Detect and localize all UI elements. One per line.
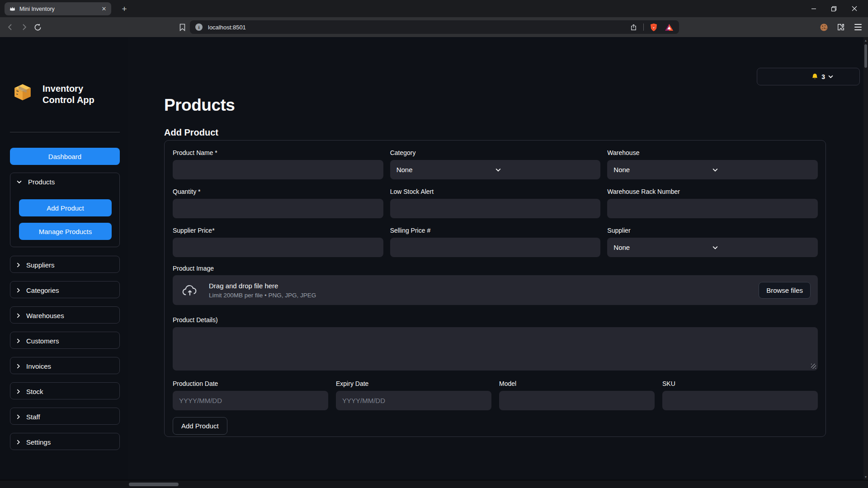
products-expander-header[interactable]: Products	[10, 173, 119, 190]
chevron-right-icon	[17, 364, 20, 369]
expander-label: Customers	[26, 337, 59, 345]
url-text: localhost:8501	[208, 24, 628, 31]
quantity-input[interactable]	[173, 199, 383, 218]
sidebar-item-suppliers[interactable]: Suppliers	[10, 256, 120, 273]
restore-button[interactable]	[824, 0, 844, 17]
sidebar-item-invoices[interactable]: Invoices	[10, 357, 120, 374]
rack-number-label: Warehouse Rack Number	[607, 188, 818, 195]
url-bar[interactable]: i localhost:8501	[190, 20, 679, 34]
scroll-down-arrow[interactable]: ▼	[863, 474, 868, 480]
product-image-label: Product Image	[173, 265, 818, 272]
chevron-right-icon	[17, 414, 20, 419]
new-tab-button[interactable]: +	[118, 3, 130, 15]
horizontal-scrollbar[interactable]	[0, 480, 868, 488]
sidebar-add-product-button[interactable]: Add Product	[19, 199, 112, 216]
browser-tab[interactable]: Mini Inventory ✕	[5, 2, 111, 15]
brave-shield-icon[interactable]	[648, 22, 659, 33]
browse-files-button[interactable]: Browse files	[759, 282, 811, 299]
sidebar-item-customers[interactable]: Customers	[10, 332, 120, 349]
site-info-icon[interactable]: i	[195, 23, 203, 31]
cloud-upload-icon	[182, 284, 198, 296]
expander-label: Settings	[26, 438, 51, 446]
bookmark-icon[interactable]	[175, 20, 189, 34]
close-window-button[interactable]	[844, 0, 864, 17]
reload-button[interactable]	[31, 20, 44, 34]
browser-tabbar: Mini Inventory ✕ +	[0, 0, 868, 17]
production-date-label: Production Date	[173, 380, 328, 387]
expiry-date-input[interactable]	[336, 391, 491, 410]
scroll-up-arrow[interactable]: ▲	[863, 37, 868, 43]
production-date-input[interactable]	[173, 391, 328, 410]
sidebar-item-settings[interactable]: Settings	[10, 433, 120, 450]
sidebar-item-stock[interactable]: Stock	[10, 382, 120, 399]
sidebar-item-categories[interactable]: Categories	[10, 281, 120, 298]
tab-close-icon[interactable]: ✕	[100, 5, 108, 13]
warehouse-value: None	[613, 166, 712, 174]
uploader-drop-text: Drag and drop file here	[209, 282, 316, 290]
product-details-textarea[interactable]	[173, 327, 818, 371]
browser-toolbar: i localhost:8501	[0, 17, 868, 37]
product-name-input[interactable]	[173, 160, 383, 179]
sidebar-dashboard-button[interactable]: Dashboard	[10, 148, 120, 165]
share-icon[interactable]	[628, 22, 639, 33]
low-stock-input[interactable]	[390, 199, 601, 218]
expiry-date-label: Expiry Date	[336, 380, 491, 387]
minimize-button[interactable]	[803, 0, 824, 17]
forward-button[interactable]	[17, 20, 31, 34]
product-name-label: Product Name *	[173, 150, 383, 156]
low-stock-label: Low Stock Alert	[390, 188, 601, 195]
chevron-down-icon	[495, 168, 594, 172]
add-product-form: Product Name * Category None Warehouse	[164, 140, 826, 437]
expander-label: Suppliers	[26, 261, 55, 269]
sidebar-manage-products-button[interactable]: Manage Products	[19, 223, 112, 240]
sidebar-item-staff[interactable]: Staff	[10, 408, 120, 425]
supplier-price-label: Supplier Price*	[173, 227, 383, 234]
sidebar-item-warehouses[interactable]: Warehouses	[10, 306, 120, 324]
supplier-select[interactable]: None	[607, 238, 818, 257]
cookie-icon[interactable]	[818, 22, 829, 33]
main-content: 3 Products Add Product Product Name * Ca…	[128, 37, 863, 480]
chevron-down-icon	[17, 180, 22, 183]
file-uploader-dropzone[interactable]: Drag and drop file here Limit 200MB per …	[173, 275, 818, 305]
chevron-right-icon	[17, 288, 20, 293]
supplier-price-input[interactable]	[173, 238, 383, 257]
expander-label: Invoices	[26, 362, 51, 370]
selling-price-label: Selling Price #	[390, 227, 601, 234]
resize-handle[interactable]	[811, 364, 816, 369]
products-expander-label: Products	[28, 178, 55, 186]
app-brand: Inventory Control App	[13, 82, 117, 106]
sku-label: SKU	[662, 380, 818, 387]
divider	[10, 132, 120, 132]
add-product-submit-button[interactable]: Add Product	[173, 417, 227, 435]
chevron-down-icon	[712, 246, 811, 249]
model-label: Model	[499, 380, 655, 387]
vertical-scrollbar[interactable]: ▲ ▼	[863, 37, 868, 480]
uploader-limit-text: Limit 200MB per file • PNG, JPG, JPEG	[209, 292, 316, 299]
selling-price-input[interactable]	[390, 238, 601, 257]
expander-label: Staff	[26, 413, 40, 421]
expander-label: Warehouses	[26, 312, 64, 319]
back-button[interactable]	[4, 20, 17, 34]
expander-label: Stock	[26, 388, 43, 395]
tab-title: Mini Inventory	[19, 6, 97, 12]
section-title: Add Product	[164, 127, 218, 138]
chevron-right-icon	[17, 338, 20, 343]
category-select[interactable]: None	[390, 160, 601, 179]
chevron-right-icon	[17, 263, 20, 267]
extensions-puzzle-icon[interactable]	[835, 22, 846, 33]
sidebar: Inventory Control App Dashboard Products…	[0, 37, 128, 480]
horizontal-scrollbar-thumb[interactable]	[129, 483, 179, 486]
page-title: Products	[164, 96, 235, 115]
rack-number-input[interactable]	[607, 199, 818, 218]
sku-input[interactable]	[662, 391, 818, 410]
chevron-down-icon	[828, 75, 833, 78]
category-value: None	[396, 166, 495, 174]
brave-rewards-bat-icon[interactable]	[664, 22, 675, 33]
menu-hamburger-icon[interactable]	[853, 22, 863, 33]
expander-label: Categories	[26, 286, 59, 294]
chevron-down-icon	[712, 168, 811, 172]
warehouse-select[interactable]: None	[607, 160, 818, 179]
vertical-scrollbar-thumb[interactable]	[864, 44, 867, 68]
notifications-widget[interactable]: 3	[757, 68, 860, 85]
model-input[interactable]	[499, 391, 655, 410]
